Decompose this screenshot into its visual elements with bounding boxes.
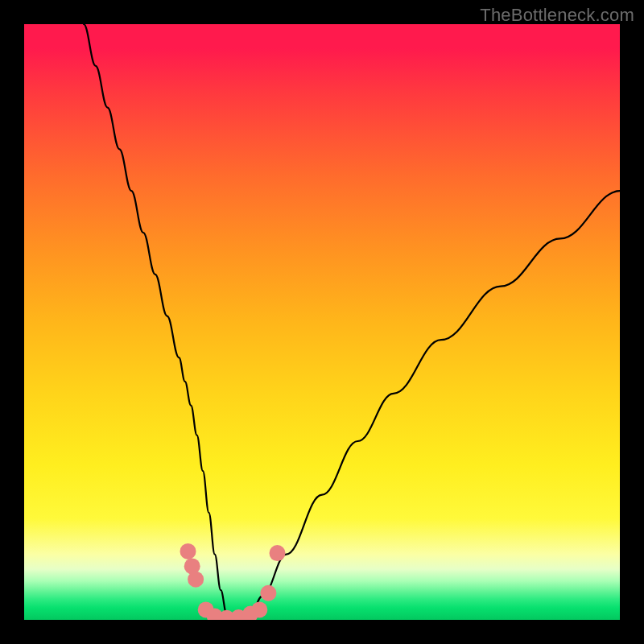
curve-markers	[180, 543, 286, 620]
curve-marker	[270, 545, 286, 561]
bottleneck-curve	[84, 24, 620, 620]
watermark-text: TheBottleneck.com	[480, 5, 634, 26]
curve-layer	[24, 24, 620, 620]
plot-area	[24, 24, 620, 620]
curve-marker	[180, 543, 196, 559]
curve-marker	[251, 601, 267, 617]
curve-marker	[260, 585, 276, 601]
chart-frame: TheBottleneck.com	[0, 0, 644, 644]
curve-marker	[188, 572, 204, 588]
